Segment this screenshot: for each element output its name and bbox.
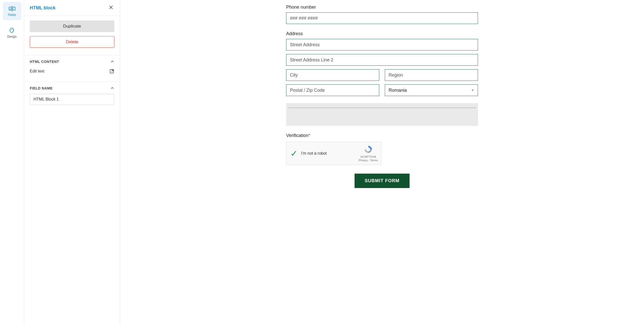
dropdown-caret-icon: ▼ — [471, 88, 474, 92]
region-input[interactable] — [385, 69, 478, 81]
delete-button[interactable]: Delete — [30, 36, 114, 48]
rail-label-fields: Fields — [8, 13, 16, 17]
field-verification: Verification* ✓ I'm not a robot reCAPTCH… — [286, 133, 478, 165]
rail-item-fields[interactable]: A Fields — [3, 2, 21, 20]
panel-header: HTML block — [24, 0, 120, 16]
recaptcha-links: Privacy - Terms — [359, 158, 378, 162]
recaptcha-brand-text: reCAPTCHA — [360, 155, 376, 158]
selected-html-block[interactable] — [286, 103, 478, 126]
submit-wrap: SUBMIT FORM — [286, 174, 478, 188]
country-select[interactable]: Romania ▼ — [385, 84, 478, 96]
phone-input[interactable] — [286, 12, 478, 24]
address-label: Address — [286, 31, 478, 36]
address-group: Romania ▼ — [286, 39, 478, 96]
submit-button[interactable]: SUBMIT FORM — [355, 174, 410, 188]
phone-label: Phone number — [286, 5, 478, 10]
chevron-up-icon — [110, 86, 114, 90]
duplicate-button[interactable]: Duplicate — [30, 20, 114, 32]
svg-line-12 — [112, 70, 113, 72]
panel-title: HTML block — [30, 5, 56, 11]
open-external-icon — [109, 69, 114, 74]
section-header-field-name[interactable]: FIELD NAME — [24, 81, 120, 94]
rail-label-design: Design — [7, 35, 17, 38]
close-icon — [109, 5, 113, 10]
text-field-icon: A — [9, 6, 16, 12]
chevron-up-icon — [110, 60, 114, 64]
recaptcha-brand: reCAPTCHA Privacy - Terms — [359, 145, 378, 162]
city-input[interactable] — [286, 69, 379, 81]
verification-label: Verification* — [286, 133, 478, 138]
checkmark-icon: ✓ — [290, 149, 298, 158]
edit-text-label: Edit text — [30, 69, 44, 74]
section-header-html-content[interactable]: HTML CONTENT — [24, 55, 120, 67]
svg-point-8 — [13, 30, 13, 30]
section-title-field-name: FIELD NAME — [30, 86, 53, 90]
panel-actions: Duplicate Delete — [24, 16, 120, 55]
field-phone: Phone number — [286, 5, 478, 24]
svg-point-6 — [11, 30, 11, 30]
settings-panel: HTML block Duplicate Delete HTML CONTENT… — [24, 0, 120, 325]
recaptcha-text: I'm not a robot — [301, 151, 355, 156]
form-canvas: Phone number Address Romania — [120, 0, 644, 325]
country-value: Romania — [389, 88, 407, 93]
section-title-html-content: HTML CONTENT — [30, 60, 59, 64]
field-name-input[interactable] — [30, 94, 114, 105]
section-body-html-content: Edit text — [24, 67, 120, 81]
section-body-field-name — [24, 94, 120, 110]
close-panel-button[interactable] — [108, 4, 114, 12]
street-input[interactable] — [286, 39, 478, 51]
svg-text:A: A — [9, 8, 11, 10]
rail-item-design[interactable]: Design — [3, 24, 21, 42]
recaptcha-widget[interactable]: ✓ I'm not a robot reCAPTCHA Privacy - Te… — [286, 142, 382, 165]
street2-input[interactable] — [286, 54, 478, 66]
html-block-divider — [288, 108, 476, 108]
edit-text-row[interactable]: Edit text — [30, 67, 114, 76]
svg-rect-1 — [13, 7, 15, 10]
field-address: Address Romania ▼ — [286, 31, 478, 96]
recaptcha-icon — [364, 145, 373, 154]
side-rail: A Fields Design — [0, 0, 24, 325]
svg-point-7 — [12, 29, 12, 29]
form-preview: Phone number Address Romania — [286, 5, 478, 188]
palette-icon — [9, 27, 16, 33]
postal-input[interactable] — [286, 84, 379, 96]
